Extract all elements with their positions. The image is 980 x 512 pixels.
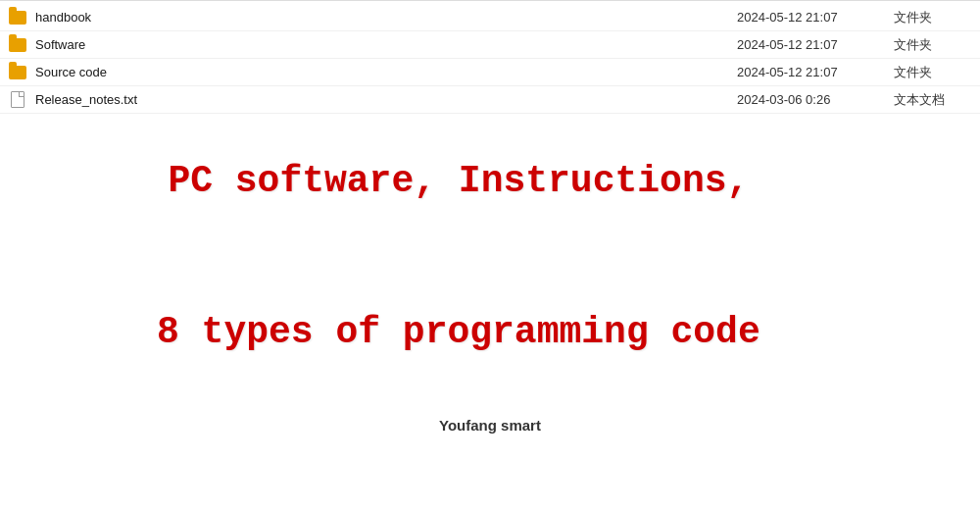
file-type: 文件夹	[894, 64, 972, 81]
file-type: 文件夹	[894, 36, 972, 54]
overlay-text: PC software, Instructions, 8 types of pr…	[157, 106, 760, 357]
overlay-line2: 8 types of programming code	[157, 311, 760, 353]
file-icon	[8, 90, 27, 110]
file-date: 2024-05-12 21:07	[737, 37, 894, 52]
file-list: handbook2024-05-12 21:07文件夹Software2024-…	[0, 0, 980, 114]
top-divider	[0, 0, 980, 1]
file-date: 2024-03-06 0:26	[737, 92, 894, 107]
file-name: Source code	[35, 65, 737, 79]
file-type: 文本文档	[894, 91, 972, 109]
folder-icon	[8, 8, 27, 27]
file-name: Software	[35, 37, 737, 52]
table-row[interactable]: Source code2024-05-12 21:07文件夹	[0, 59, 980, 86]
file-name: Release_notes.txt	[35, 92, 737, 107]
bottom-label: Youfang smart	[0, 417, 980, 434]
table-row[interactable]: Software2024-05-12 21:07文件夹	[0, 31, 980, 59]
file-type: 文件夹	[894, 9, 972, 26]
folder-icon	[8, 63, 27, 82]
overlay-line1: PC software, Instructions,	[168, 160, 749, 202]
folder-icon	[8, 35, 27, 55]
file-name: handbook	[35, 10, 737, 25]
file-date: 2024-05-12 21:07	[737, 65, 894, 79]
table-row[interactable]: handbook2024-05-12 21:07文件夹	[0, 4, 980, 31]
file-date: 2024-05-12 21:07	[737, 10, 894, 25]
